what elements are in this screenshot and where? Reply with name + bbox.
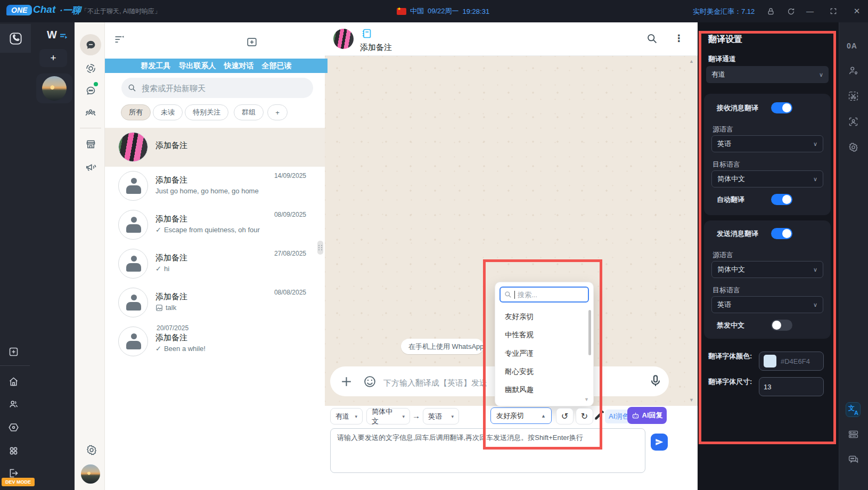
- font-size-label: 翻译字体尺寸:: [708, 377, 759, 387]
- add-window-icon[interactable]: [8, 346, 19, 357]
- image-icon: [155, 304, 163, 312]
- settings-gear-icon[interactable]: [848, 142, 859, 153]
- translate-active-icon[interactable]: 文A: [846, 402, 861, 417]
- receive-translation-toggle[interactable]: [771, 102, 792, 113]
- gear-icon[interactable]: [86, 444, 97, 456]
- color-swatch[interactable]: [764, 355, 776, 368]
- popup-scrollbar[interactable]: [588, 310, 591, 378]
- font-color-input[interactable]: #D4E6F4: [759, 352, 824, 371]
- translate-ab-icon[interactable]: 0A: [847, 42, 857, 50]
- chat-bubbles-icon[interactable]: [848, 454, 859, 466]
- filter-list-icon[interactable]: [113, 34, 125, 45]
- communities-icon[interactable]: [84, 108, 97, 119]
- tone-option-friendly[interactable]: 友好亲切: [495, 308, 587, 326]
- account-avatar-tile[interactable]: [36, 74, 72, 103]
- close-button[interactable]: ✕: [850, 4, 864, 18]
- panel-resize-handle[interactable]: [317, 241, 323, 255]
- send-translation-toggle[interactable]: [771, 228, 792, 239]
- marketplace-icon[interactable]: [85, 138, 96, 150]
- refresh-icon[interactable]: [784, 4, 798, 18]
- filter-chip-all[interactable]: 所有: [121, 104, 151, 120]
- target-lang-select[interactable]: 英语▾: [423, 408, 459, 424]
- screenshot-scissors-icon[interactable]: [848, 91, 859, 102]
- emoji-icon[interactable]: [363, 375, 376, 388]
- contacts-icon[interactable]: [8, 398, 19, 410]
- whatsapp-tab[interactable]: [0, 24, 31, 53]
- chat-list-item[interactable]: 08/08/2025 添加备注 talk: [105, 283, 325, 322]
- tone-option-neutral[interactable]: 中性客观: [495, 326, 587, 344]
- font-size-input[interactable]: [764, 383, 801, 391]
- source-lang-select[interactable]: 简体中文▾: [366, 408, 410, 424]
- channels-icon[interactable]: [85, 85, 96, 96]
- banner-mark-all-read[interactable]: 全部已读: [262, 61, 292, 71]
- contact-name[interactable]: 添加备注: [360, 43, 392, 53]
- undo-button[interactable]: ↺: [556, 408, 574, 424]
- filter-chip-add[interactable]: +: [267, 104, 288, 120]
- chat-list-item[interactable]: 14/09/2025 添加备注 Just go home, go home, g…: [105, 167, 325, 206]
- banner-export-contacts[interactable]: 导出联系人: [179, 61, 216, 71]
- mic-icon[interactable]: [649, 374, 662, 388]
- avatar: [118, 249, 148, 279]
- banner-bulk-send[interactable]: 群发工具: [141, 61, 171, 71]
- tone-popup-search[interactable]: [499, 287, 589, 303]
- filter-chip-unread[interactable]: 未读: [153, 104, 183, 120]
- scroll-down-arrow[interactable]: ▼: [689, 397, 694, 403]
- composer-textarea[interactable]: [330, 428, 645, 473]
- broadcast-megaphone-icon[interactable]: [85, 161, 97, 173]
- server-rows-icon[interactable]: [848, 429, 859, 440]
- font-size-input-box[interactable]: [759, 377, 824, 396]
- banner-quick-chat[interactable]: 快速对话: [224, 61, 254, 71]
- chat-search-input[interactable]: [142, 84, 291, 93]
- tone-search-input[interactable]: [518, 291, 576, 299]
- send-source-select[interactable]: 简体中文∨: [711, 261, 823, 278]
- ban-chinese-toggle[interactable]: [771, 320, 792, 331]
- receive-target-select[interactable]: 简体中文∨: [711, 170, 823, 187]
- chat-search-icon[interactable]: [646, 33, 658, 44]
- popup-scroll-down-icon[interactable]: ▼: [584, 397, 589, 402]
- channel-select[interactable]: 有道∨: [706, 66, 829, 83]
- add-account-button[interactable]: +: [39, 49, 67, 67]
- tone-option-patient[interactable]: 耐心安抚: [495, 363, 587, 381]
- account-menu-icon[interactable]: [59, 32, 68, 40]
- lock-icon[interactable]: [764, 4, 777, 18]
- minimize-button[interactable]: —: [803, 4, 817, 18]
- tone-option-professional[interactable]: 专业严谨: [495, 345, 587, 363]
- tone-select[interactable]: 友好亲切▲: [490, 407, 552, 424]
- filter-chip-groups[interactable]: 群组: [234, 104, 264, 120]
- tone-option-humorous[interactable]: 幽默风趣: [495, 381, 587, 399]
- chat-list-item[interactable]: 27/08/2025 添加备注 ✓hi: [105, 244, 325, 283]
- chat-name: 添加备注: [155, 253, 187, 263]
- redo-button[interactable]: ↻: [576, 408, 593, 424]
- notebook-icon[interactable]: [361, 28, 372, 39]
- logout-icon[interactable]: [8, 468, 19, 479]
- settings-hexagon-icon[interactable]: [8, 422, 19, 433]
- chat-list-item[interactable]: 20/07/2025 添加备注 ✓Been a while!: [105, 322, 325, 361]
- contact-heart-icon[interactable]: [848, 65, 859, 76]
- send-button[interactable]: [651, 434, 668, 451]
- receive-source-select[interactable]: 英语∨: [711, 135, 823, 152]
- profile-avatar[interactable]: [81, 464, 100, 484]
- scroll-up-arrow[interactable]: ▲: [689, 59, 694, 64]
- chat-search-bar[interactable]: [121, 78, 313, 98]
- home-icon[interactable]: [8, 376, 19, 387]
- ai-reply-button[interactable]: AI回复: [627, 407, 667, 424]
- auto-translate-toggle[interactable]: [771, 194, 792, 205]
- capture-person-icon[interactable]: [848, 116, 859, 127]
- maximize-button[interactable]: [826, 4, 840, 18]
- contact-avatar[interactable]: [333, 29, 354, 49]
- status-icon[interactable]: [85, 63, 96, 74]
- message-input-placeholder[interactable]: 下方输入翻译成【英语】发送: [383, 378, 487, 388]
- engine-select[interactable]: 有道▾: [330, 408, 363, 424]
- attach-plus-icon[interactable]: [340, 375, 353, 388]
- chat-preview: ✓Been a while!: [155, 345, 206, 353]
- send-target-select[interactable]: 英语∨: [711, 296, 823, 313]
- new-chat-icon[interactable]: [246, 36, 258, 48]
- chat-list-item[interactable]: 08/09/2025 添加备注 ✓Escape from quietness, …: [105, 206, 325, 244]
- channel-label: 翻译通道: [708, 54, 736, 64]
- edit-pencil-icon[interactable]: [593, 409, 605, 421]
- chat-list-item[interactable]: 添加备注: [105, 128, 325, 167]
- nav-chats-tab[interactable]: [80, 34, 101, 55]
- apps-grid-icon[interactable]: [8, 445, 19, 456]
- chat-menu-icon[interactable]: ⋮: [674, 32, 684, 44]
- filter-chip-starred[interactable]: 特别关注: [185, 104, 228, 120]
